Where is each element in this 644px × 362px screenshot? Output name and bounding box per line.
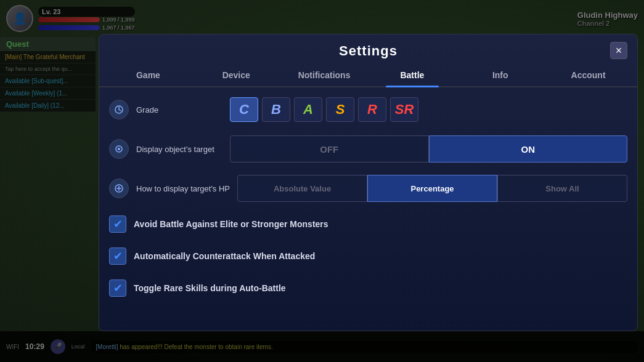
counterattack-label: Automatically Counterattack When Attacke…	[134, 251, 315, 261]
tab-account[interactable]: Account	[544, 64, 632, 86]
hp-display-controls: Absolute Value Percentage Show All	[237, 175, 627, 202]
grade-btn-r[interactable]: R	[358, 97, 386, 122]
display-target-row: Display object's target OFF ON	[109, 134, 627, 164]
modal-title: Settings	[339, 43, 397, 59]
avoid-elite-row: ✔ Avoid Battle Against Elite or Stronger…	[109, 213, 627, 235]
toggle-on-btn[interactable]: ON	[429, 135, 628, 163]
svg-point-2	[118, 148, 120, 150]
grade-row: Grade C B A S R SR	[109, 95, 627, 124]
hp-absolute-btn[interactable]: Absolute Value	[237, 175, 367, 202]
grade-btn-b[interactable]: B	[262, 97, 290, 122]
grade-btn-a[interactable]: A	[294, 97, 322, 122]
grade-label: Grade	[136, 105, 222, 115]
display-target-toggle: OFF ON	[230, 135, 627, 163]
settings-modal: Settings × Game Device Notifications Bat…	[99, 34, 638, 331]
tab-game[interactable]: Game	[104, 64, 192, 86]
hp-icon	[109, 179, 129, 198]
modal-content: Grade C B A S R SR Display object's targ…	[99, 87, 637, 331]
hp-display-label: How to display target's HP	[136, 184, 230, 193]
grade-btn-s[interactable]: S	[326, 97, 354, 122]
tab-battle[interactable]: Battle	[368, 64, 456, 86]
modal-header: Settings ×	[99, 34, 637, 64]
rare-skills-checkbox[interactable]: ✔	[109, 280, 126, 297]
hp-percentage-btn[interactable]: Percentage	[367, 175, 497, 202]
hp-showall-btn[interactable]: Show All	[497, 175, 627, 202]
avoid-elite-checkbox[interactable]: ✔	[109, 215, 126, 233]
close-button[interactable]: ×	[610, 42, 627, 59]
counterattack-checkbox[interactable]: ✔	[109, 247, 126, 265]
toggle-off-btn[interactable]: OFF	[230, 135, 429, 163]
hp-display-row: How to display target's HP Absolute Valu…	[109, 174, 627, 203]
grade-controls: C B A S R SR	[230, 97, 627, 122]
grade-btn-c[interactable]: C	[230, 97, 258, 122]
tabs-bar: Game Device Notifications Battle Info Ac…	[99, 64, 637, 87]
rare-skills-row: ✔ Toggle Rare Skills during Auto-Battle	[109, 277, 627, 299]
avoid-elite-label: Avoid Battle Against Elite or Stronger M…	[134, 219, 328, 229]
tab-info[interactable]: Info	[456, 64, 544, 86]
rare-skills-label: Toggle Rare Skills during Auto-Battle	[134, 283, 286, 293]
display-target-label: Display object's target	[136, 145, 222, 154]
target-icon	[109, 139, 129, 159]
grade-icon	[109, 100, 129, 119]
tab-notifications[interactable]: Notifications	[280, 64, 369, 86]
grade-btn-sr[interactable]: SR	[390, 97, 418, 122]
counterattack-row: ✔ Automatically Counterattack When Attac…	[109, 245, 627, 267]
tab-device[interactable]: Device	[192, 64, 280, 86]
